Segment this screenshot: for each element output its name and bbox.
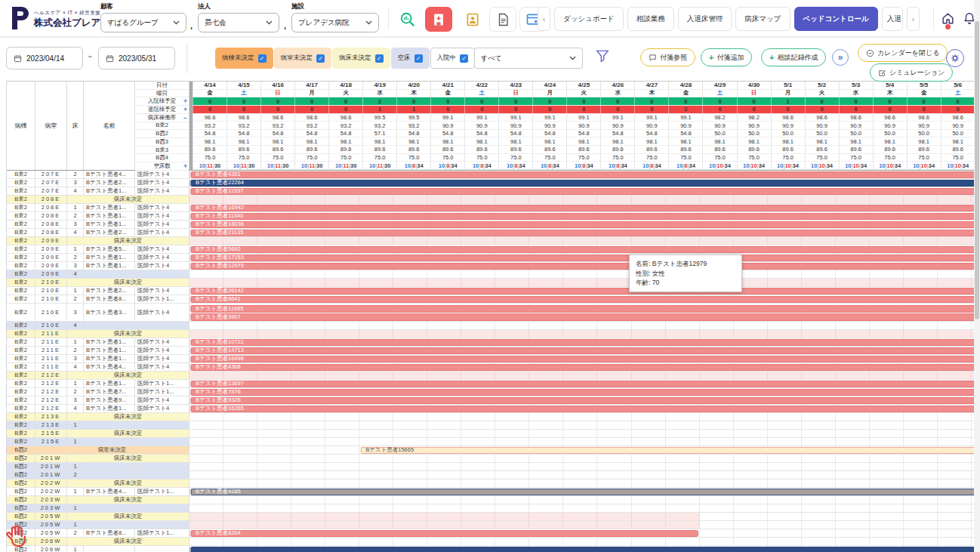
expand-toggle-plus[interactable]: + (183, 97, 187, 105)
calendar-close-button[interactable]: カレンダーを閉じる (858, 44, 948, 62)
sticky-note-view-button[interactable]: 付箋参照 (640, 48, 695, 66)
gantt-bar[interactable] (190, 547, 974, 552)
table-row: B西2201W1 (7, 463, 974, 471)
date-cell: 4/15 (227, 82, 260, 89)
gantt-bar[interactable]: Bテスト患者5692 (190, 246, 974, 253)
gantt-header-row: 54.854.854.854.854.857.154.854.854.854.8… (193, 130, 974, 138)
nav-item-tab[interactable]: 入退 (882, 7, 903, 31)
ward-be3-rate-cell: 89.6 (430, 146, 464, 153)
nav-item-active[interactable]: ベッドコントロール (794, 7, 878, 31)
patient-name-cell: Bテスト患者1... (84, 212, 135, 220)
expand-toggle-minus[interactable]: − (183, 114, 187, 122)
filter-button[interactable] (595, 48, 610, 63)
vacant-beds-cell: 10|11|30 (328, 162, 362, 169)
gantt-bar[interactable]: Bテスト患者4351 (190, 171, 974, 178)
gantt-row: Bテスト患者4285 (190, 488, 974, 495)
ward-bw3-rate-cell: 98.1 (839, 137, 873, 145)
gantt-bar[interactable]: Bテスト患者22264 (190, 180, 974, 187)
gantt-bar[interactable]: Bテスト患者13697 (190, 381, 974, 387)
ward-be2-rate-cell: 90.9 (907, 122, 941, 129)
expand-panel-button[interactable]: » (832, 49, 849, 66)
expand-toggle-plus[interactable]: + (183, 106, 187, 113)
facility-select[interactable]: プレアデス病院 (291, 13, 379, 32)
gantt-bar[interactable]: Bテスト患者12979 (190, 263, 974, 270)
bed-cell: 4 (67, 270, 84, 278)
nav-item-tab[interactable]: ダッシュボード (554, 7, 624, 31)
gantt-bar[interactable]: Bテスト患者11340 (190, 213, 974, 220)
patient-name-cell (84, 438, 135, 446)
table-row: B東2210E4 (7, 322, 974, 330)
gantt-bar[interactable]: Bテスト患者17153 (190, 254, 974, 261)
date-from-input[interactable]: 2023/04/14 (6, 47, 83, 69)
gantt-bar[interactable]: Bテスト患者18036 (190, 221, 974, 228)
checkbox-icon[interactable]: ✓ (375, 54, 384, 63)
gantt-bar[interactable]: Bテスト患者16265 (190, 406, 974, 412)
vertical-scrollbar[interactable] (974, 0, 980, 552)
expand-toggle-plus[interactable]: + (183, 162, 187, 170)
doctor-name-cell (135, 471, 190, 479)
gantt-bar[interactable]: Bテスト患者9326 (190, 397, 974, 404)
customer-select[interactable]: すばるグループ (100, 13, 186, 32)
occupancy-rate-cell: 98.6 (328, 114, 362, 122)
ward-be3-rate-cell: 89.6 (532, 146, 566, 153)
simulation-button[interactable]: シミュレーション (870, 63, 953, 82)
ward-be2-rate-cell: 93.2 (328, 122, 362, 129)
document-button[interactable] (489, 7, 516, 32)
status-chip[interactable]: 病室未決定✓ (274, 48, 332, 69)
sticky-note-add-button[interactable]: + 付箋追加 (701, 48, 752, 66)
bed-cell: 1 (67, 245, 84, 253)
gantt-bar[interactable]: Bテスト患者16942 (190, 205, 974, 211)
consult-record-create-button[interactable]: + 相談記録作成 (761, 48, 826, 66)
gantt-bar[interactable]: Bテスト患者11985 (190, 305, 974, 313)
ward-cell: B東2 (7, 322, 35, 329)
nav-back-button[interactable]: ‹ (538, 7, 550, 31)
status-chip[interactable]: 入院中✓ (430, 48, 476, 69)
gantt-bar[interactable]: Bテスト患者11937 (190, 188, 974, 195)
gantt-bar[interactable]: Bテスト患者4285 (190, 489, 974, 495)
hospital-button-active[interactable] (425, 7, 452, 32)
gantt-bar[interactable]: Bテスト患者3907 (190, 313, 974, 321)
nav-item-tab[interactable]: 病床マップ (735, 7, 790, 31)
scrollbar-thumb[interactable] (975, 21, 979, 319)
ward-filter-select[interactable]: すべて (474, 48, 583, 69)
analytics-search-button[interactable] (394, 7, 421, 32)
bed-cell: 3 (67, 179, 84, 187)
nav-item-tab[interactable]: 入退床管理 (678, 7, 732, 31)
table-row: B東2209E4 (7, 270, 974, 279)
table-row: B東2211E病床未決定 (7, 330, 974, 338)
room-cell: 211E (35, 355, 67, 362)
checkbox-icon[interactable]: ✓ (258, 54, 267, 63)
metric-row-labels: 日付曜日入院棟予定+退院棟予定+病床稼働率−B東2B西2B西3B東3B西4空床数… (135, 82, 190, 170)
date-to-input[interactable]: 2023/05/31 (98, 47, 175, 69)
checkbox-icon[interactable]: ✓ (414, 54, 423, 63)
nav-forward-button[interactable]: › (907, 7, 920, 31)
gantt-row: Bテスト患者16942 (190, 204, 974, 211)
checkbox-icon[interactable]: ✓ (316, 54, 325, 63)
gantt-bar[interactable]: Bテスト患者26142 (190, 288, 974, 295)
room-cell: 208E (35, 196, 67, 203)
corp-select[interactable]: 昴七会 (198, 13, 279, 32)
settings-button[interactable] (946, 49, 964, 67)
gantt-bar[interactable]: Bテスト患者21135 (190, 230, 974, 236)
gantt-bar[interactable]: Bテスト患者8641 (190, 296, 974, 303)
gantt-bar[interactable]: Bテスト患者10722 (190, 339, 974, 346)
gantt-bar[interactable]: Bテスト患者4308 (190, 364, 974, 371)
gantt-bar[interactable]: Bテスト患者14713 (190, 347, 974, 354)
ward-be3-rate-cell: 89.6 (634, 146, 668, 153)
staff-card-button[interactable] (459, 7, 486, 32)
status-chip[interactable]: 病床未決定✓ (332, 48, 390, 69)
ward-cell: B東2 (7, 355, 35, 362)
nav-item-tab[interactable]: 相談業務 (627, 7, 674, 31)
gantt-bar[interactable]: Bテスト患者7876 (190, 389, 974, 396)
gantt-row: Bテスト患者9326 (190, 396, 974, 404)
gantt-row: Bテスト患者21135 (190, 229, 974, 236)
gantt-bar[interactable]: Bテスト患者15665 (359, 447, 974, 454)
gantt-row: Bテスト患者17153 (190, 254, 974, 261)
checkbox-icon[interactable]: ✓ (460, 54, 468, 63)
status-chip[interactable]: 空床✓ (391, 48, 430, 69)
feedback-hand-button[interactable] (5, 523, 30, 548)
gantt-bar[interactable]: Bテスト患者8204 (190, 530, 698, 537)
gantt-bar[interactable]: Bテスト患者16496 (190, 356, 974, 362)
status-chip[interactable]: 病棟未決定✓ (215, 48, 273, 69)
weekday-cell: 土 (702, 90, 736, 97)
